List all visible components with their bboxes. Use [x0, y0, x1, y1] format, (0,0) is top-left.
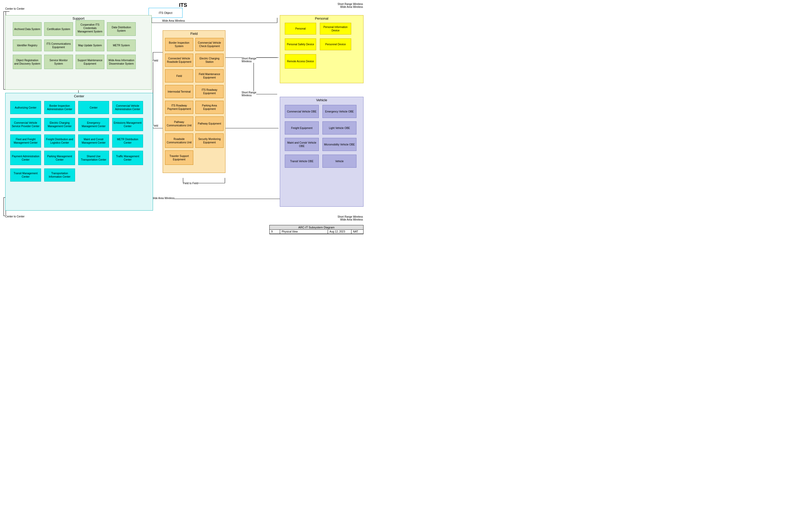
cooperative-its-box: Cooperative ITS Credentials Management S… — [76, 20, 104, 36]
center-title: Center — [5, 93, 153, 99]
conn-field-to-field: Field to Field — [183, 182, 198, 185]
field-maint-box: Field Maintenance Equipment — [195, 69, 224, 82]
its-roadway-equip-box: ITS Roadway Equipment — [195, 85, 224, 98]
conn-short-range-mid2: Short RangeWireless — [242, 91, 256, 97]
micromobility-vehicle-obe-box: Micromobility Vehicle OBE — [322, 138, 356, 151]
security-monitoring-box: Security Monitoring Equipment — [195, 134, 224, 148]
pathway-equip-box: Pathway Equipment — [195, 116, 224, 131]
personnel-device-box: Personnel Device — [320, 38, 351, 50]
maint-constr-vehicle-obe-box: Maint and Constr Vehicle OBE — [285, 138, 319, 151]
remote-access-box: Remote Access Device — [285, 54, 316, 68]
its-comm-box: ITS Communications Equipment — [44, 39, 73, 51]
fleet-freight-box: Fleet and Freight Management Center — [10, 135, 41, 147]
info-box-title: ARC-IT Subsystem Diagram — [270, 225, 363, 230]
payment-admin-box: Payment Administration Center — [10, 151, 41, 165]
conn-wide-area-top: Wide Area Wireless — [162, 19, 185, 22]
parking-area-equip-box: Parking Area Equipment — [195, 101, 224, 114]
connected-vehicle-roadside-box: Connected Vehicle Roadside Equipment — [165, 54, 193, 67]
emergency-vehicle-obe-box: Emergency Vehicle OBE — [322, 105, 356, 118]
transportation-info-box: Transportation Information Center — [44, 169, 75, 181]
border-inspection-admin-box: Border Inspection Administration Center — [44, 101, 75, 114]
metr-system-box: METR System — [107, 39, 136, 51]
emissions-mgmt-box: Emissions Management Center — [112, 118, 143, 131]
info-box: ARC-IT Subsystem Diagram 9 Physical View… — [269, 225, 364, 234]
roadside-comm-unit-box: Roadside Communications Unit — [165, 134, 193, 148]
info-box-date: Aug 12, 2023 — [328, 230, 351, 234]
conn-center-to-center-top: Center to Center — [5, 7, 25, 10]
personal-group: Personal Personal Personal Information D… — [280, 15, 364, 83]
freight-distribution-box: Freight Distribution and Logistics Cente… — [44, 135, 75, 147]
its-object-box: ITS Object — [148, 8, 182, 18]
freight-equip-box: Freight Equipment — [285, 121, 319, 135]
personal-title: Personal — [280, 16, 363, 22]
conn-short-range-top-right: Short Range WirelessWide Area Wireless — [338, 3, 363, 8]
support-maint-box: Support Maintenance Equipment — [76, 55, 104, 69]
vehicle-group: Vehicle Commercial Vehicle OBE Emergency… — [280, 97, 364, 207]
conn-short-range-bot-right: Short Range WirelessWide Area Wireless — [338, 215, 363, 221]
field-title: Field — [163, 31, 225, 37]
identifier-registry-box: Identifier Registry — [13, 39, 41, 51]
info-box-view: Physical View — [280, 230, 328, 234]
shared-use-transport-box: Shared Use Transportation Center — [78, 151, 109, 165]
diagram-container: ITS ITS Object Center to Center Wide Are… — [0, 0, 366, 235]
conn-short-range-mid1: Short RangeWireless — [242, 57, 256, 63]
traveler-support-box: Traveler Support Equipment — [165, 150, 193, 165]
archived-data-box: Archived Data System — [13, 22, 41, 36]
maint-constr-mgmt-box: Maint and Constr Management Center — [78, 135, 109, 147]
center-box: Center — [78, 101, 109, 114]
conn-wide-area-bot: Wide Area Wireless — [152, 197, 174, 200]
border-inspection-field-box: Border Inspection System — [165, 38, 193, 51]
electric-charging-station-box: Electric Charging Station — [195, 54, 224, 67]
emergency-mgmt-box: Emergency Management Center — [78, 118, 109, 131]
personal-info-device-box: Personal Information Device — [320, 23, 351, 34]
data-distribution-box: Data Distribution System — [107, 22, 136, 36]
conn-center-to-center-bot: Center to Center — [5, 215, 25, 218]
transit-mgmt-box: Transit Management Center — [10, 169, 41, 181]
commercial-vehicle-obe-box: Commercial Vehicle OBE — [285, 105, 319, 118]
center-group: Center Authorizing Center Border Inspect… — [5, 93, 153, 210]
parking-mgmt-box: Parking Management Center — [44, 151, 75, 165]
vehicle-title: Vehicle — [280, 97, 363, 103]
certification-box: Certification System — [44, 22, 73, 36]
pathway-comm-unit-box: Pathway Communications Unit — [165, 116, 193, 131]
vehicle-box: Vehicle — [322, 154, 356, 168]
commercial-vehicle-service-box: Commercial Vehicle Service Provider Cent… — [10, 118, 41, 131]
info-box-code: NAT — [351, 230, 363, 234]
info-box-page: 9 — [270, 230, 280, 234]
commercial-vehicle-admin-box: Commercial Vehicle Administration Center — [112, 101, 143, 114]
field-box: Field — [165, 69, 193, 82]
electric-charging-mgmt-box: Electric Charging Management Center — [44, 118, 75, 131]
wide-area-info-box: Wide Area Information Disseminator Syste… — [107, 55, 136, 69]
metr-distribution-box: METR Distribution Center — [112, 135, 143, 147]
support-group: Support Archived Data System Certificati… — [5, 15, 152, 90]
transit-vehicle-obe-box: Transit Vehicle OBE — [285, 154, 319, 168]
field-group: Field Border Inspection System Commercia… — [163, 30, 226, 173]
main-title: ITS — [179, 2, 187, 8]
comm-vehicle-check-box: Commercial Vehicle Check Equipment — [195, 38, 224, 51]
light-vehicle-obe-box: Light Vehicle OBE — [322, 121, 356, 135]
intermodal-terminal-box: Intermodal Terminal — [165, 85, 193, 98]
personal-safety-box: Personal Safety Device — [285, 38, 316, 50]
object-reg-box: Object Registration and Discovery System — [13, 55, 41, 69]
traffic-mgmt-box: Traffic Management Center — [112, 151, 143, 165]
map-update-box: Map Update System — [76, 39, 104, 51]
personal-box: Personal — [285, 23, 316, 34]
its-roadway-payment-box: ITS Roadway Payment Equipment — [165, 101, 193, 114]
authorizing-center-box: Authorizing Center — [10, 101, 41, 114]
service-monitor-box: Service Monitor System — [44, 55, 73, 69]
